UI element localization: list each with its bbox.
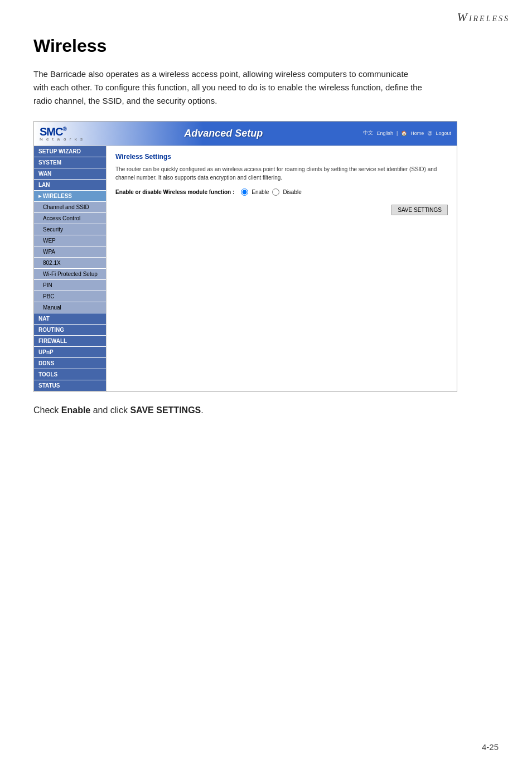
router-body: SETUP WIZARD SYSTEM WAN LAN ▸ WIRELESS — [34, 146, 457, 391]
instructions-middle: and click — [90, 405, 130, 415]
intro-text: The Barricade also operates as a wireles… — [33, 67, 424, 108]
sidebar-item-ddns[interactable]: DDNS — [34, 358, 106, 369]
instructions-bold2: SAVE SETTINGS — [130, 405, 201, 415]
page-header: WIRELESS — [0, 0, 532, 30]
sidebar-item-access-control[interactable]: Access Control — [34, 213, 106, 224]
router-header-right: 中文 English | 🏠 Home @ Logout — [363, 129, 451, 138]
save-settings-button[interactable]: SAVE SETTINGS — [391, 205, 448, 215]
sidebar-item-upnp[interactable]: UPnP — [34, 347, 106, 358]
sidebar-item-tools[interactable]: TOOLS — [34, 369, 106, 380]
sidebar-item-security[interactable]: Security — [34, 224, 106, 235]
sidebar-item-lan[interactable]: LAN — [34, 180, 106, 191]
page-number: 4-25 — [482, 742, 499, 752]
header-wireless-rest: IRELESS — [469, 14, 510, 23]
enable-label: Enable or disable Wireless module functi… — [115, 189, 234, 195]
chinese-link[interactable]: 中文 — [363, 129, 373, 137]
home-link[interactable]: Home — [410, 130, 424, 136]
instructions-before: Check — [33, 405, 61, 415]
home-icon: 🏠 — [401, 130, 407, 136]
disable-radio-label: Disable — [283, 189, 301, 195]
smc-logo: SMC® N e t w o r k s — [40, 126, 84, 142]
instructions-text: Check Enable and click SAVE SETTINGS. — [33, 405, 499, 415]
at-icon: @ — [427, 130, 432, 136]
instructions-after: . — [201, 405, 203, 415]
main-content: Wireless The Barricade also operates as … — [0, 30, 532, 438]
english-link[interactable]: English — [376, 130, 393, 136]
enable-radio-label: Enable — [252, 189, 269, 195]
wireless-settings-title: Wireless Settings — [115, 153, 448, 161]
router-ui: SMC® N e t w o r k s Advanced Setup 中文 E… — [33, 121, 457, 392]
logout-link[interactable]: Logout — [436, 130, 451, 136]
sidebar-item-wireless[interactable]: ▸ WIRELESS — [34, 191, 106, 202]
router-content-panel: Wireless Settings The router can be quic… — [107, 146, 457, 391]
sidebar-item-pbc[interactable]: PBC — [34, 291, 106, 302]
sidebar-item-wifi-protected-setup[interactable]: Wi-Fi Protected Setup — [34, 269, 106, 280]
sidebar-item-status[interactable]: STATUS — [34, 380, 106, 391]
sidebar-item-wan[interactable]: WAN — [34, 168, 106, 180]
sidebar-item-channel-ssid[interactable]: Channel and SSID — [34, 202, 106, 213]
header-wireless-label: WIRELESS — [457, 13, 510, 23]
sidebar: SETUP WIZARD SYSTEM WAN LAN ▸ WIRELESS — [34, 146, 107, 391]
sidebar-item-wpa[interactable]: WPA — [34, 246, 106, 258]
sidebar-item-802-1x[interactable]: 802.1X — [34, 258, 106, 269]
advanced-setup-label: Advanced Setup — [184, 128, 263, 139]
sidebar-item-manual[interactable]: Manual — [34, 302, 106, 313]
page-title: Wireless — [33, 36, 499, 56]
sidebar-item-nat[interactable]: NAT — [34, 313, 106, 325]
sidebar-item-system[interactable]: SYSTEM — [34, 157, 106, 168]
sidebar-item-setup-wizard[interactable]: SETUP WIZARD — [34, 146, 106, 157]
router-header: SMC® N e t w o r k s Advanced Setup 中文 E… — [34, 122, 457, 146]
sidebar-item-wep[interactable]: WEP — [34, 235, 106, 246]
networks-text: N e t w o r k s — [40, 137, 84, 142]
smc-brand: SMC® — [40, 126, 84, 137]
enable-radio-group: Enable Disable — [241, 188, 302, 196]
enable-disable-row: Enable or disable Wireless module functi… — [115, 188, 448, 196]
sidebar-item-routing[interactable]: ROUTING — [34, 325, 106, 336]
lang-row: 中文 English | 🏠 Home @ Logout — [363, 129, 451, 137]
disable-radio[interactable] — [272, 188, 279, 196]
instructions-bold1: Enable — [61, 405, 90, 415]
sidebar-item-pin[interactable]: PIN — [34, 280, 106, 291]
sidebar-item-firewall[interactable]: FIREWALL — [34, 336, 106, 347]
enable-radio[interactable] — [241, 188, 248, 196]
wireless-description: The router can be quickly configured as … — [115, 165, 448, 182]
